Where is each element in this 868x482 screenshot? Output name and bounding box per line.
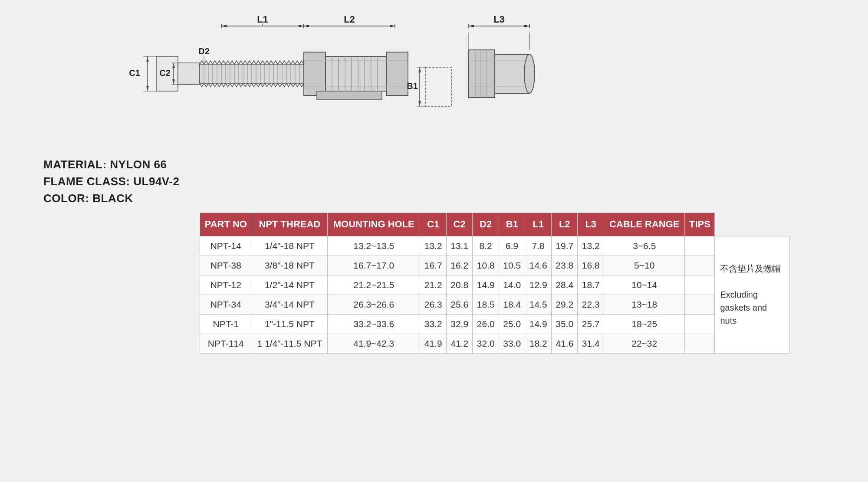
material-line3: COLOR: BLACK [43, 190, 179, 207]
table-cell: 8.2 [473, 236, 499, 256]
table-cell: 13.1 [446, 236, 473, 256]
table-cell: NPT-12 [200, 275, 252, 295]
col-header-partno: PART NO [200, 213, 252, 236]
table-cell: 21.2~21.5 [328, 275, 420, 295]
page: L1 L2 L3 C1 [0, 0, 868, 482]
col-header-d2: D2 [473, 213, 499, 236]
table-cell: 28.4 [551, 275, 578, 295]
svg-marker-23 [146, 56, 149, 62]
table-cell: 16.7~17.0 [328, 256, 420, 275]
table-cell: 22.3 [578, 295, 604, 314]
table-cell: 26.3~26.6 [328, 295, 420, 314]
table-cell: 5~10 [604, 256, 685, 275]
table-cell: 25.6 [446, 295, 473, 314]
svg-rect-80 [469, 50, 495, 98]
table-cell: 21.2 [420, 275, 447, 295]
svg-marker-3 [221, 25, 227, 27]
table-cell: 10~14 [604, 275, 685, 295]
tips-chinese: 不含垫片及螺帽 [720, 264, 781, 273]
svg-rect-61 [386, 52, 408, 95]
col-header-tips: TIPS [685, 213, 715, 236]
table-cell: 22~32 [604, 334, 685, 353]
table-cell: 3/4"-14 NPT [252, 295, 327, 314]
table-cell: NPT-14 [200, 236, 252, 256]
table-cell: 33.2 [420, 314, 447, 334]
svg-marker-17 [524, 25, 529, 27]
table-cell: 18.5 [473, 295, 499, 314]
table-cell: 6.9 [499, 236, 525, 256]
svg-text:C1: C1 [129, 68, 140, 78]
table-row: NPT-383/8"-18 NPT16.7~17.016.716.210.810… [200, 256, 790, 275]
table-cell: 1"-11.5 NPT [252, 314, 327, 334]
svg-marker-10 [304, 25, 309, 27]
table-cell: 13.2 [578, 236, 604, 256]
col-header-l3: L3 [578, 213, 604, 236]
table-cell: 20.8 [446, 275, 473, 295]
table-cell: 25.0 [499, 314, 525, 334]
table-cell: 23.8 [551, 256, 578, 275]
col-header-l2: L2 [551, 213, 578, 236]
table-cell: 32.9 [446, 314, 473, 334]
technical-drawing: L1 L2 L3 C1 [87, 0, 608, 148]
svg-marker-11 [390, 25, 395, 27]
table-cell [685, 236, 715, 256]
specifications-table: PART NO NPT THREAD MOUNTING HOLE C1 C2 D… [200, 213, 790, 354]
table-cell: NPT-114 [200, 334, 252, 353]
col-header-l1: L1 [525, 213, 552, 236]
table-cell: 14.9 [473, 275, 499, 295]
svg-rect-73 [425, 67, 451, 106]
svg-text:D2: D2 [198, 46, 210, 56]
table-cell: 35.0 [551, 314, 578, 334]
material-line1: MATERIAL: NYLON 66 [43, 156, 179, 173]
table-cell: 13.2~13.5 [328, 236, 420, 256]
tips-cell: 不含垫片及螺帽 Excludinggaskets andnuts [715, 236, 790, 353]
table-cell: 41.6 [551, 334, 578, 353]
table-cell: 3~6.5 [604, 236, 685, 256]
table-cell: 3/8"-18 NPT [252, 256, 327, 275]
table-cell: 25.7 [578, 314, 604, 334]
svg-marker-4 [299, 25, 304, 27]
table-cell: NPT-38 [200, 256, 252, 275]
table-cell: 10.5 [499, 256, 525, 275]
col-header-c2: C2 [446, 213, 473, 236]
table-cell: 1 1/4"-11.5 NPT [252, 334, 327, 353]
table-row: NPT-11"-11.5 NPT33.2~33.633.232.926.025.… [200, 314, 790, 334]
table-cell: 29.2 [551, 295, 578, 314]
table-cell: 26.3 [420, 295, 447, 314]
col-header-b1: B1 [499, 213, 525, 236]
svg-rect-60 [326, 56, 386, 91]
table-cell [685, 295, 715, 314]
table-cell: 41.2 [446, 334, 473, 353]
table-cell: 7.8 [525, 236, 552, 256]
svg-rect-72 [317, 91, 382, 100]
table-cell: 18.4 [499, 295, 525, 314]
svg-text:L3: L3 [493, 14, 505, 25]
col-header-c1: C1 [420, 213, 447, 236]
svg-rect-26 [178, 63, 200, 85]
svg-text:C2: C2 [159, 68, 171, 78]
material-info: MATERIAL: NYLON 66 FLAME CLASS: UL94V-2 … [43, 156, 179, 207]
table-cell [685, 314, 715, 334]
table-cell: 13~18 [604, 295, 685, 314]
table-cell: 10.8 [473, 256, 499, 275]
material-line2: FLAME CLASS: UL94V-2 [43, 173, 179, 190]
svg-marker-78 [418, 101, 421, 106]
table-row: NPT-141/4"-18 NPT13.2~13.513.213.18.26.9… [200, 236, 790, 256]
table-cell: 32.0 [473, 334, 499, 353]
svg-text:L2: L2 [344, 14, 355, 25]
table-cell: 1/2"-14 NPT [252, 275, 327, 295]
table-cell: 19.7 [551, 236, 578, 256]
table-cell: 41.9 [420, 334, 447, 353]
table-cell: 16.8 [578, 256, 604, 275]
col-header-npt: NPT THREAD [252, 213, 327, 236]
table-cell: 18~25 [604, 314, 685, 334]
table-cell: 31.4 [578, 334, 604, 353]
table-cell: 14.9 [525, 314, 552, 334]
table-cell: 12.9 [525, 275, 552, 295]
table-cell: 16.7 [420, 256, 447, 275]
svg-marker-77 [418, 67, 421, 72]
table-cell: 18.2 [525, 334, 552, 353]
table-cell [685, 275, 715, 295]
svg-text:L1: L1 [257, 14, 268, 25]
svg-point-82 [524, 54, 535, 93]
